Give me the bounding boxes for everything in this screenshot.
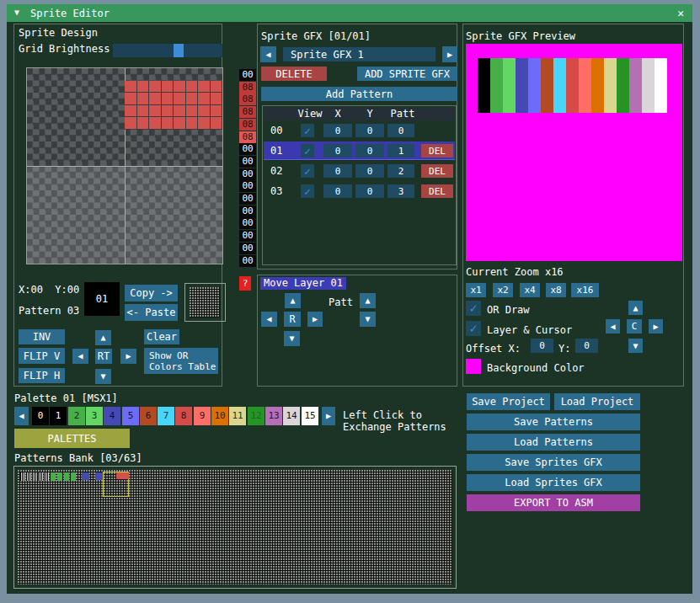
patt-input[interactable]: 0 (387, 124, 414, 137)
gfx-selector[interactable]: Sprite GFX 1 (283, 47, 435, 61)
load-sprites-gfx-button[interactable]: Load Sprites GFX (467, 474, 640, 491)
gfx-next-button[interactable]: ▶ (442, 46, 457, 62)
x-input[interactable]: 0 (323, 124, 352, 137)
zoom-x2-button[interactable]: x2 (493, 283, 513, 297)
patt-input[interactable]: 2 (387, 164, 414, 178)
collapse-icon[interactable]: ▼ (14, 8, 19, 17)
zoom-x16-button[interactable]: x16 (571, 283, 599, 297)
save-sprites-gfx-button[interactable]: Save Sprites GFX (467, 454, 640, 471)
delete-row-button[interactable]: DEL (421, 184, 453, 198)
cursor-center-button[interactable]: C (627, 319, 642, 334)
flip-v-button[interactable]: FLIP V (19, 348, 65, 364)
palette-swatch-3[interactable]: 3 (86, 407, 103, 425)
layer-cursor-checkbox[interactable]: ✓ (466, 321, 481, 336)
clear-button[interactable]: Clear (144, 329, 179, 344)
palette-swatch-2[interactable]: 2 (68, 407, 85, 425)
palette-swatch-13[interactable]: 13 (265, 407, 282, 425)
move-up-button[interactable]: ▲ (285, 293, 301, 308)
grid-brightness-handle[interactable] (174, 44, 184, 57)
offset-x-input[interactable]: 0 (531, 339, 553, 353)
save-patterns-button[interactable]: Save Patterns (467, 414, 640, 430)
palette-swatch-15[interactable]: 15 (302, 407, 318, 425)
palette-swatch-4[interactable]: 4 (104, 407, 120, 425)
cursor-right-button[interactable]: ▶ (649, 319, 663, 334)
cursor-down-button[interactable]: ▼ (628, 339, 643, 353)
help-button[interactable]: ? (239, 276, 251, 291)
move-left-button[interactable]: ◀ (261, 312, 277, 327)
palette-next-button[interactable]: ▶ (322, 407, 335, 425)
zoom-x8-button[interactable]: x8 (546, 283, 566, 297)
palette-swatch-6[interactable]: 6 (140, 407, 157, 425)
paste-button[interactable]: <- Paste (125, 304, 178, 321)
patterns-bank-canvas[interactable] (18, 470, 452, 584)
export-asm-button[interactable]: EXPORT TO ASM (467, 494, 640, 511)
view-checkbox[interactable]: ✓ (301, 164, 314, 178)
invert-button[interactable]: INV (19, 329, 65, 344)
view-checkbox[interactable]: ✓ (301, 184, 314, 198)
x-input[interactable]: 0 (323, 164, 352, 178)
offset-y-input[interactable]: 0 (575, 339, 598, 353)
sprite-design-grid[interactable] (26, 67, 223, 264)
patt-input[interactable]: 3 (387, 184, 414, 198)
y-input[interactable]: 0 (355, 184, 384, 198)
save-project-button[interactable]: Save Project (467, 393, 550, 410)
delete-row-button[interactable]: DEL (421, 144, 453, 157)
palette-swatch-8[interactable]: 8 (175, 407, 192, 425)
palette-swatch-14[interactable]: 14 (283, 407, 300, 425)
palette-prev-button[interactable]: ◀ (14, 407, 29, 425)
palettes-button[interactable]: PALETTES (14, 429, 130, 448)
palette-swatch-0[interactable]: 0 (32, 407, 49, 425)
delete-row-button[interactable]: DEL (421, 164, 453, 178)
close-icon[interactable]: ✕ (677, 7, 684, 19)
shift-right-button[interactable]: ▶ (120, 349, 136, 364)
move-down-button[interactable]: ▼ (284, 331, 300, 346)
x-input[interactable]: 0 (323, 144, 352, 157)
show-or-line1: Show OR (149, 350, 188, 361)
palette-swatch-12[interactable]: 12 (248, 407, 265, 425)
cursor-up-button[interactable]: ▲ (628, 301, 643, 315)
x-input[interactable]: 0 (323, 184, 352, 198)
background-color-swatch[interactable] (466, 359, 481, 374)
shift-down-button[interactable]: ▼ (95, 369, 111, 384)
rotate-button[interactable]: RT (95, 349, 112, 364)
palette-swatch-9[interactable]: 9 (194, 407, 211, 425)
copy-button[interactable]: Copy -> (125, 285, 178, 302)
palette-swatch-11[interactable]: 11 (229, 407, 246, 425)
view-checkbox[interactable]: ✓ (301, 144, 314, 157)
cursor-left-button[interactable]: ◀ (606, 319, 620, 334)
y-input[interactable]: 0 (355, 144, 384, 157)
or-draw-checkbox[interactable]: ✓ (466, 301, 481, 316)
palette-swatch-1[interactable]: 1 (50, 407, 67, 425)
delete-gfx-button[interactable]: DELETE (261, 67, 327, 81)
load-project-button[interactable]: Load Project (554, 393, 640, 410)
zoom-x1-button[interactable]: x1 (466, 283, 486, 297)
pattern-row[interactable]: 03✓003DEL (264, 182, 455, 200)
shift-up-button[interactable]: ▲ (95, 330, 111, 345)
y-input[interactable]: 0 (355, 124, 384, 137)
patt-down-button[interactable]: ▼ (360, 312, 376, 327)
patt-up-button[interactable]: ▲ (360, 293, 376, 308)
y-input[interactable]: 0 (355, 164, 384, 178)
pattern-row[interactable]: 01✓001DEL (264, 141, 455, 160)
shift-left-button[interactable]: ◀ (72, 349, 88, 364)
cursor-coords: X:00 Y:00 (19, 284, 79, 296)
pattern-row[interactable]: 00✓000 (264, 121, 455, 140)
patt-input[interactable]: 1 (387, 144, 414, 157)
move-right-button[interactable]: ▶ (307, 312, 323, 327)
add-sprite-gfx-button[interactable]: ADD SPRITE GFX (357, 67, 457, 81)
preview-color-bar (553, 58, 566, 113)
grid-brightness-slider[interactable] (113, 44, 222, 57)
flip-h-button[interactable]: FLIP H (19, 368, 65, 383)
patterns-bank[interactable] (13, 466, 457, 589)
zoom-x4-button[interactable]: x4 (520, 283, 540, 297)
palette-swatch-7[interactable]: 7 (158, 407, 174, 425)
gfx-prev-button[interactable]: ◀ (260, 46, 276, 62)
palette-swatch-10[interactable]: 10 (211, 407, 228, 425)
load-patterns-button[interactable]: Load Patterns (467, 434, 640, 451)
palette-swatch-5[interactable]: 5 (122, 407, 139, 425)
layer-rotate-button[interactable]: R (284, 312, 301, 327)
pattern-row[interactable]: 02✓002DEL (264, 162, 455, 180)
add-pattern-button[interactable]: Add Pattern (261, 87, 457, 101)
show-or-colors-button[interactable]: Show OR Colors Table (144, 348, 218, 374)
view-checkbox[interactable]: ✓ (301, 124, 314, 137)
